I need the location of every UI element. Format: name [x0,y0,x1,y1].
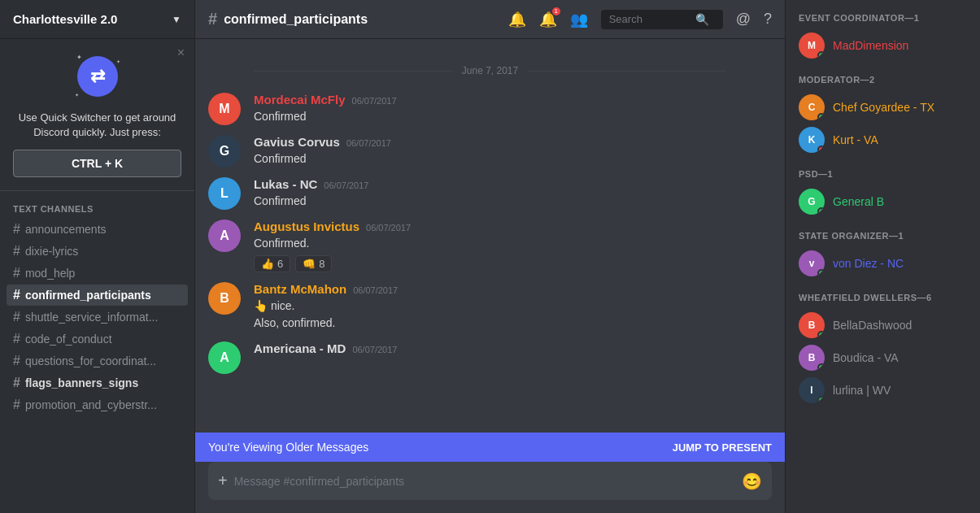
members-icon[interactable]: 👥 [570,11,588,28]
channel-hash-icon: # [13,288,20,302]
sidebar-item-flags_banners_signs[interactable]: #flags_banners_signs [7,372,188,393]
member-item[interactable]: B Boudica - VA [786,341,980,374]
bell-icon[interactable]: 🔔 [508,11,526,28]
message-content: Gavius Corvus 06/07/2017 Confirmed [254,135,772,167]
at-icon[interactable]: @ [736,11,751,28]
avatar: L [208,177,241,210]
message-timestamp: 06/07/2017 [353,285,398,295]
channel-hash-icon: # [13,354,20,368]
search-input[interactable] [609,13,690,25]
help-icon[interactable]: ? [764,11,772,28]
member-name: Kurt - VA [833,133,878,146]
sidebar-item-mod_help[interactable]: #mod_help [7,263,188,284]
member-item[interactable]: M MadDimension [786,29,980,62]
member-item[interactable]: K Kurt - VA [786,124,980,156]
channel-hash-icon: # [13,266,20,280]
member-name: lurlina | WV [833,384,891,397]
message-group: L Lukas - NC 06/07/2017 Confirmed 🙂 [195,174,785,213]
message-input-container: + 😊 [208,462,772,500]
older-messages-bar: You're Viewing Older Messages JUMP TO PR… [195,433,785,462]
server-header[interactable]: Charlottesville 2.0 ▼ [0,0,194,39]
role-section: PSD—1 G General B [786,169,980,218]
mentions-icon[interactable]: 🔔1 [539,11,557,28]
main-chat: # confirmed_participants 🔔 🔔1 👥 🔍 @ ? Ju… [195,0,785,513]
avatar: B [208,282,241,315]
channel-label: dixie-lyrics [25,245,78,258]
server-name: Charlottesville 2.0 [13,12,117,26]
message-author[interactable]: Gavius Corvus [254,135,340,149]
message-header: Mordecai McFly 06/07/2017 [254,93,772,107]
server-dropdown-icon: ▼ [172,14,181,25]
member-name: General B [833,195,884,208]
status-dot [817,113,825,120]
member-avatar: B [799,312,825,338]
reaction[interactable]: 👍6 [254,255,290,272]
header-icons: 🔔 🔔1 👥 🔍 @ ? [508,10,772,29]
channel-label: announcements [25,223,107,236]
member-avatar: B [799,345,825,371]
date-divider: June 7, 2017 [254,65,726,76]
channel-label: promotion_and_cyberstr... [25,398,157,411]
message-input[interactable] [234,465,735,498]
emoji-icon[interactable]: 😊 [742,472,762,491]
add-attachment-icon[interactable]: + [218,462,228,500]
sidebar-item-confirmed_participants[interactable]: #confirmed_participants [7,285,188,306]
message-content: Bantz McMahon 06/07/2017 👆 nice.Also, co… [254,282,772,332]
sidebar-item-announcements[interactable]: #announcements [7,219,188,240]
channel-hash-icon: # [13,376,20,390]
message-author[interactable]: Lukas - NC [254,177,317,191]
status-dot [817,363,825,371]
channels-section: TEXT CHANNELS #announcements#dixie-lyric… [0,191,194,513]
text-channels-label: TEXT CHANNELS [7,204,188,214]
message-content: Augustus Invictus 06/07/2017 Confirmed. … [254,220,772,272]
quick-switcher-shortcut[interactable]: CTRL + K [13,150,181,177]
message-group: A Augustus Invictus 06/07/2017 Confirmed… [195,216,785,276]
member-avatar: G [799,189,825,215]
roles-list: EVENT COORDINATOR—1 M MadDimension MODER… [786,13,980,406]
sidebar-item-shuttle_service_informat[interactable]: #shuttle_service_informat... [7,306,188,328]
sidebar-item-promotion_and_cyberstr[interactable]: #promotion_and_cyberstr... [7,394,188,415]
member-item[interactable]: G General B [786,185,980,218]
sidebar-item-questions_for_coordinat[interactable]: #questions_for_coordinat... [7,350,188,372]
message-author[interactable]: Augustus Invictus [254,220,359,233]
channel-hash-icon: # [13,332,20,346]
channel-label: code_of_conduct [25,333,112,346]
older-messages-text: You're Viewing Older Messages [208,441,368,454]
date-text: June 7, 2017 [452,65,528,76]
role-section: MODERATOR—2 C Chef Goyardee - TX K Kurt … [786,75,980,156]
quick-switcher-icon: ⇄ ✦ ✦ ✦ [73,52,122,101]
avatar: G [208,135,241,167]
channel-label: confirmed_participants [25,289,151,302]
message-text: Confirmed [254,193,772,210]
channel-hash-icon: # [13,222,20,237]
role-section: WHEATFIELD DWELLERS—6 B BellaDashwood B … [786,293,980,406]
message-author[interactable]: Mordecai McFly [254,93,346,107]
member-item[interactable]: l lurlina | WV [786,374,980,406]
chat-header: # confirmed_participants 🔔 🔔1 👥 🔍 @ ? [195,0,785,39]
role-label: EVENT COORDINATOR—1 [786,13,980,23]
close-icon[interactable]: × [177,46,185,60]
sidebar-item-code_of_conduct[interactable]: #code_of_conduct [7,328,188,350]
message-author[interactable]: Americana - MD [254,341,346,355]
reaction[interactable]: 👊8 [295,255,332,272]
member-item[interactable]: C Chef Goyardee - TX [786,91,980,124]
message-group: M Mordecai McFly 06/07/2017 Confirmed 🙂 [195,89,785,128]
reactions: 👍6👊8 [254,255,772,272]
channel-label: flags_banners_signs [25,376,138,389]
jump-to-present-button[interactable]: JUMP TO PRESENT [673,441,772,454]
message-content: Americana - MD 06/07/2017 [254,341,772,374]
sidebar-item-dixie-lyrics[interactable]: #dixie-lyrics [7,241,188,262]
search-bar[interactable]: 🔍 [601,10,723,29]
left-sidebar: Charlottesville 2.0 ▼ × ⇄ ✦ ✦ ✦ Use Quic… [0,0,195,513]
channel-hash-icon: # [208,10,217,28]
member-item[interactable]: B BellaDashwood [786,309,980,341]
message-author[interactable]: Bantz McMahon [254,282,346,296]
message-timestamp: 06/07/2017 [324,180,368,190]
message-header: Lukas - NC 06/07/2017 [254,177,772,191]
quick-switcher-tooltip: × ⇄ ✦ ✦ ✦ Use Quick Switcher to get arou… [0,39,194,191]
role-label: PSD—1 [786,169,980,179]
member-avatar: M [799,33,825,59]
member-avatar: K [799,127,825,153]
right-sidebar: EVENT COORDINATOR—1 M MadDimension MODER… [785,0,980,513]
member-item[interactable]: v von Diez - NC [786,247,980,280]
